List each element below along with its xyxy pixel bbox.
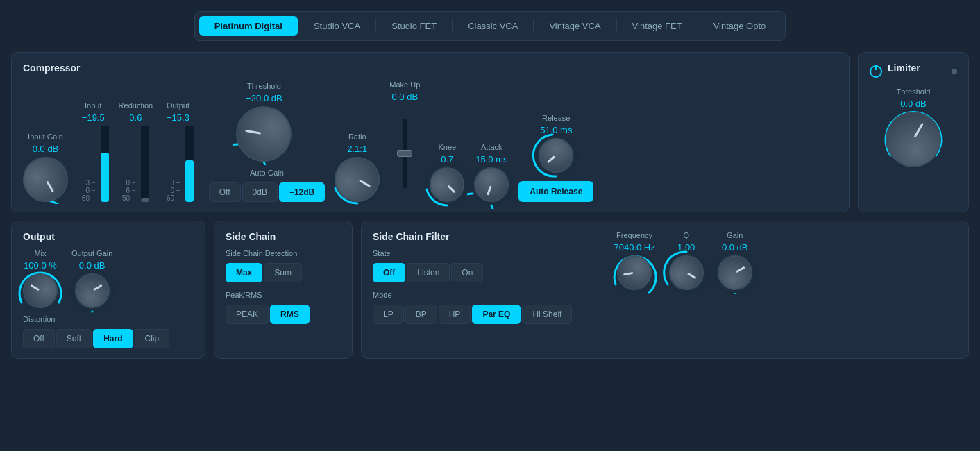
state-listen[interactable]: Listen [407, 263, 450, 282]
knee-label: Knee [438, 143, 456, 151]
attack-control: Attack 15.0 ms [474, 143, 509, 202]
auto-gain-0db[interactable]: 0dB [242, 182, 278, 202]
q-label: Q [683, 231, 689, 239]
output-gain-value: 0.0 dB [79, 260, 105, 271]
ratio-knob-wrap [335, 157, 380, 202]
mode-hishelf[interactable]: Hi Shelf [522, 305, 572, 324]
tab-platinum-digital[interactable]: Platinum Digital [199, 16, 298, 36]
auto-gain-off[interactable]: Off [209, 182, 241, 202]
input-meter: 3 − 0 − −60 − [78, 126, 109, 202]
filter-main-row: Side Chain Filter State Off Listen On Mo… [373, 231, 957, 332]
auto-gain-12db[interactable]: −12dB [279, 182, 325, 202]
output-gain-knob[interactable] [69, 267, 116, 314]
reduction-meter-labels: 0 − 6 − 50 − [122, 179, 139, 202]
mix-value: 100.0 % [24, 260, 57, 271]
output-meter: 3 − 0 − −60 − [162, 126, 194, 202]
distortion-section: Distortion Off Soft Hard Clip [23, 315, 194, 348]
makeup-value: 0.0 dB [391, 92, 418, 102]
makeup-control: Make Up 0.0 dB [389, 80, 420, 202]
output-meter-bar [185, 160, 194, 203]
input-vu-control: Input −19.5 3 − 0 − −60 − [78, 101, 109, 202]
output-panel: Output Mix 100.0 % Output G [11, 221, 205, 359]
detection-buttons: Max Sum [226, 263, 341, 282]
input-meter-labels: 3 − 0 − −60 − [78, 179, 99, 202]
peakrms-peak[interactable]: PEAK [226, 305, 269, 324]
peakrms-buttons: PEAK RMS [226, 305, 341, 324]
input-gain-label: Input Gain [28, 133, 63, 141]
release-value: 51.0 ms [540, 125, 572, 135]
output-gain-control: Output Gain 0.0 dB [71, 249, 112, 308]
input-gain-control: Input Gain 0.0 dB [23, 133, 68, 202]
frequency-knob-wrap [617, 255, 652, 290]
mix-knob[interactable] [17, 267, 64, 314]
auto-gain-section: Auto Gain Off 0dB −12dB [209, 169, 326, 202]
attack-label: Attack [481, 143, 502, 151]
mode-bp[interactable]: BP [405, 305, 437, 324]
q-knob[interactable] [663, 249, 710, 296]
limiter-threshold-knob-wrap [886, 112, 941, 167]
limiter-status-dot [952, 69, 957, 74]
input-meter-bar-wrap [101, 126, 109, 202]
threshold-control: Threshold −20.0 dB Auto Gain Off [203, 82, 326, 202]
limiter-power-icon[interactable] [870, 65, 882, 78]
limiter-threshold-knob[interactable] [875, 101, 951, 177]
reduction-label: Reduction [119, 101, 153, 110]
ratio-knob[interactable] [326, 148, 388, 210]
input-meter-bar [101, 153, 109, 203]
output-controls: Mix 100.0 % Output Gain 0.0 dB [23, 249, 194, 308]
makeup-slider[interactable] [403, 105, 407, 202]
app-container: Platinum Digital Studio VCA Studio FET C… [0, 0, 980, 370]
state-buttons: Off Listen On [373, 263, 572, 282]
sidechain-panel: Side Chain Side Chain Detection Max Sum … [214, 221, 353, 359]
tab-studio-fet[interactable]: Studio FET [376, 16, 452, 36]
release-knob[interactable] [532, 131, 580, 180]
mix-label: Mix [34, 249, 46, 257]
mode-hp[interactable]: HP [439, 305, 471, 324]
tab-classic-vca[interactable]: Classic VCA [453, 16, 533, 36]
threshold-knob[interactable] [232, 102, 296, 167]
limiter-header: Limiter [870, 62, 957, 80]
tab-bar: Platinum Digital Studio VCA Studio FET C… [194, 11, 786, 41]
auto-gain-buttons: Off 0dB −12dB [209, 182, 326, 202]
sidechain-filter-panel: Side Chain Filter State Off Listen On Mo… [361, 221, 969, 359]
output-meter-control: Output −15.3 3 − 0 − −60 − [162, 101, 194, 202]
tab-vintage-fet[interactable]: Vintage FET [617, 16, 698, 36]
peakrms-rms[interactable]: RMS [270, 305, 310, 324]
distortion-clip[interactable]: Clip [135, 329, 170, 348]
makeup-label: Make Up [389, 80, 420, 89]
distortion-soft[interactable]: Soft [56, 329, 92, 348]
state-on[interactable]: On [451, 263, 483, 282]
attack-knob-wrap [474, 167, 509, 202]
state-section: State Off Listen On [373, 249, 572, 282]
compressor-panel: Compressor Input Gain 0.0 dB [11, 52, 850, 212]
tab-studio-vca[interactable]: Studio VCA [298, 16, 375, 36]
knee-value: 0.7 [441, 154, 453, 164]
state-off[interactable]: Off [373, 263, 405, 282]
distortion-label: Distortion [23, 315, 194, 323]
distortion-hard[interactable]: Hard [93, 329, 133, 348]
limiter-title: Limiter [888, 62, 920, 74]
detection-sum[interactable]: Sum [264, 263, 302, 282]
release-knob-wrap [539, 138, 573, 173]
mode-label: Mode [373, 291, 572, 299]
input-value: −19.5 [82, 112, 105, 123]
makeup-slider-thumb[interactable] [397, 150, 412, 157]
tab-vintage-opto[interactable]: Vintage Opto [698, 16, 782, 36]
mode-lp[interactable]: LP [373, 305, 404, 324]
frequency-knob[interactable] [614, 253, 654, 293]
filter-gain-knob[interactable] [711, 249, 759, 296]
limiter-panel: Limiter Threshold 0.0 dB [858, 52, 969, 212]
input-gain-knob[interactable] [15, 148, 76, 210]
sidechain-filter-title: Side Chain Filter [373, 231, 572, 242]
auto-release-button[interactable]: Auto Release [518, 181, 593, 202]
mode-pareq[interactable]: Par EQ [472, 305, 521, 324]
frequency-label: Frequency [616, 231, 652, 239]
input-gain-knob-wrap [23, 157, 68, 202]
tab-vintage-vca[interactable]: Vintage VCA [534, 16, 616, 36]
distortion-buttons: Off Soft Hard Clip [23, 329, 194, 348]
distortion-off[interactable]: Off [23, 329, 55, 348]
attack-knob[interactable] [469, 162, 514, 207]
makeup-slider-track[interactable] [403, 119, 407, 188]
knee-knob[interactable] [423, 160, 472, 210]
detection-max[interactable]: Max [226, 263, 262, 282]
